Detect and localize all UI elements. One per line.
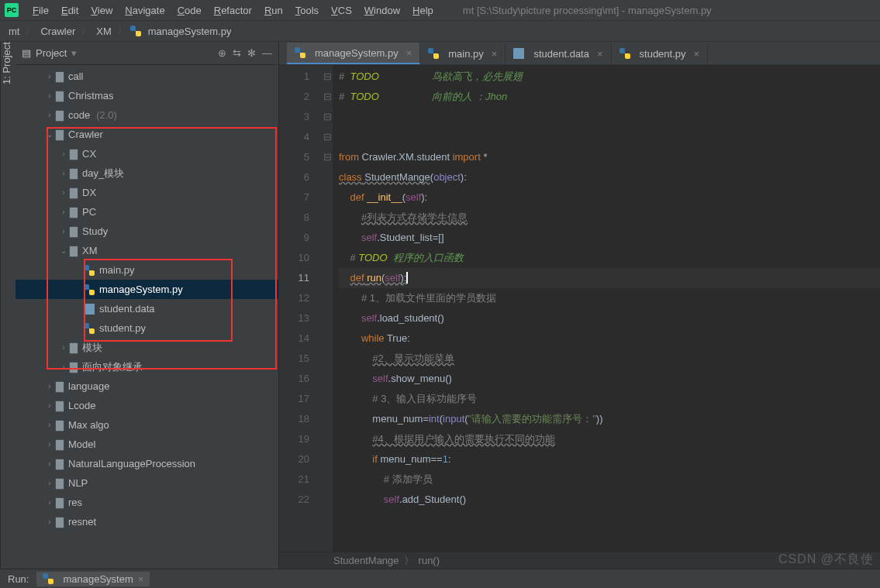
expand-arrow-icon[interactable]: ⌄: [57, 246, 70, 255]
tree-row[interactable]: ›▇res: [16, 493, 278, 512]
expand-arrow-icon[interactable]: ›: [43, 440, 56, 449]
tree-label: main.py: [99, 264, 135, 276]
dropdown-icon[interactable]: ▾: [71, 47, 77, 59]
tree-row[interactable]: ›▇CX: [16, 144, 278, 163]
menu-window[interactable]: Window: [358, 5, 406, 16]
tab-main-py[interactable]: main.py×: [420, 43, 506, 64]
crumb-xm[interactable]: XM: [94, 26, 114, 37]
menu-code[interactable]: Code: [171, 5, 208, 16]
tree-row[interactable]: ›▇模块: [16, 338, 278, 357]
close-icon[interactable]: ×: [406, 47, 412, 59]
expand-arrow-icon[interactable]: ›: [43, 421, 56, 429]
editor-body[interactable]: 12345678910111213141516171819202122 ⊟⊟ ⊟…: [279, 65, 880, 552]
project-panel-title[interactable]: Project: [36, 47, 67, 59]
close-icon[interactable]: ×: [138, 573, 144, 585]
expand-arrow-icon[interactable]: ›: [43, 401, 56, 410]
menu-run[interactable]: Run: [258, 5, 289, 16]
code-editor[interactable]: # TODO 鸟欲高飞，必先展翅 # TODO 向前的人 ：Jhon from …: [333, 65, 880, 552]
crumb-method[interactable]: run(): [419, 555, 440, 566]
close-icon[interactable]: ×: [694, 48, 700, 60]
side-tab-project[interactable]: 1: Project: [0, 42, 16, 569]
close-icon[interactable]: ×: [492, 48, 498, 60]
menu-edit[interactable]: Edit: [55, 5, 85, 16]
menu-tools[interactable]: Tools: [289, 5, 325, 16]
expand-arrow-icon[interactable]: ›: [43, 111, 56, 119]
window-title: mt [S:\Study\picture processing\mt] - ma…: [463, 5, 712, 16]
expand-arrow-icon[interactable]: ›: [43, 382, 56, 390]
tree-row[interactable]: ›▇language: [16, 377, 278, 396]
crumb-crawler[interactable]: Crawler: [38, 26, 78, 37]
project-icon: ▤: [22, 47, 31, 59]
python-file-icon: [84, 284, 95, 295]
run-config-tab[interactable]: manageSystem ×: [36, 572, 150, 586]
menu-refactor[interactable]: Refactor: [208, 5, 258, 16]
menu-file[interactable]: File: [26, 5, 55, 16]
tree-row[interactable]: ›▇Lcode: [16, 396, 278, 415]
tree-row[interactable]: ›▇PC: [16, 202, 278, 222]
tree-label: 模块: [82, 341, 102, 355]
tree-row[interactable]: student.py: [16, 318, 278, 338]
menu-navigate[interactable]: Navigate: [119, 5, 171, 16]
tree-label: res: [68, 497, 82, 508]
run-config-name: manageSystem: [63, 573, 133, 585]
crumb-mt[interactable]: mt: [6, 26, 22, 37]
menu-vcs[interactable]: VCS: [325, 5, 358, 16]
close-icon[interactable]: ×: [597, 48, 603, 60]
expand-arrow-icon[interactable]: ⌄: [43, 130, 56, 139]
folder-icon: ▇: [56, 438, 64, 450]
project-tree[interactable]: ›▇call›▇Christmas›▇code(2.0)⌄▇Crawler›▇C…: [16, 65, 278, 569]
tree-row[interactable]: ›▇Christmas: [16, 86, 278, 105]
tab-student-py[interactable]: student.py×: [612, 43, 709, 64]
menu-help[interactable]: Help: [406, 5, 440, 16]
crumb-file[interactable]: manageSystem.py: [146, 26, 234, 37]
tree-row[interactable]: ⌄▇Crawler: [16, 125, 278, 144]
tree-row[interactable]: ⌄▇XM: [16, 241, 278, 260]
gutter: 12345678910111213141516171819202122: [279, 65, 322, 552]
fold-strip[interactable]: ⊟⊟ ⊟⊟ ⊟: [322, 65, 333, 552]
expand-arrow-icon[interactable]: ›: [43, 518, 56, 526]
gear-icon[interactable]: ✻: [247, 47, 256, 59]
tree-row[interactable]: ›▇day_模块: [16, 163, 278, 183]
expand-arrow-icon[interactable]: ›: [57, 188, 70, 197]
expand-arrow-icon[interactable]: ›: [43, 498, 56, 507]
tree-row[interactable]: ›▇code(2.0): [16, 105, 278, 125]
tab-manageSystem-py[interactable]: manageSystem.py×: [287, 43, 420, 64]
tab-student-data[interactable]: student.data×: [506, 43, 611, 64]
tree-row[interactable]: ›▇call: [16, 67, 278, 86]
tree-label: CX: [82, 148, 96, 160]
project-panel-header: ▤ Project ▾ ⊕ ⇆ ✻ —: [16, 42, 278, 65]
tree-row[interactable]: main.py: [16, 260, 278, 280]
expand-arrow-icon[interactable]: ›: [57, 169, 70, 177]
crumb-class[interactable]: StudentMange: [333, 555, 399, 566]
expand-arrow-icon[interactable]: ›: [43, 72, 56, 81]
chevron-right-icon: 〉: [114, 24, 130, 38]
minimize-icon[interactable]: —: [262, 47, 272, 59]
folder-icon: ▇: [56, 516, 64, 528]
tree-row[interactable]: ›▇面向对象继承: [16, 357, 278, 377]
tree-row[interactable]: student.data: [16, 299, 278, 318]
tree-label: manageSystem.py: [99, 284, 183, 295]
tree-row[interactable]: ›▇resnet: [16, 512, 278, 531]
collapse-icon[interactable]: ⇆: [233, 47, 241, 59]
target-icon[interactable]: ⊕: [218, 47, 226, 59]
tree-label: Study: [82, 225, 108, 237]
tree-row[interactable]: ›▇DX: [16, 183, 278, 202]
tree-row[interactable]: ›▇Model: [16, 435, 278, 454]
expand-arrow-icon[interactable]: ›: [43, 459, 56, 468]
expand-arrow-icon[interactable]: ›: [57, 208, 70, 216]
expand-arrow-icon[interactable]: ›: [57, 343, 70, 352]
expand-arrow-icon[interactable]: ›: [43, 91, 56, 100]
tree-row[interactable]: ›▇NaturalLanguageProcession: [16, 454, 278, 473]
folder-icon: ▇: [56, 380, 64, 392]
tree-row[interactable]: manageSystem.py: [16, 280, 278, 299]
tree-row[interactable]: ›▇Study: [16, 222, 278, 241]
expand-arrow-icon[interactable]: ›: [57, 150, 70, 158]
project-panel: ▤ Project ▾ ⊕ ⇆ ✻ — ›▇call›▇Christmas›▇c…: [16, 42, 279, 569]
expand-arrow-icon[interactable]: ›: [57, 227, 70, 236]
tree-row[interactable]: ›▇NLP: [16, 473, 278, 493]
menu-view[interactable]: View: [85, 5, 119, 16]
expand-arrow-icon[interactable]: ›: [57, 363, 70, 371]
expand-arrow-icon[interactable]: ›: [43, 479, 56, 487]
folder-icon: ▇: [70, 361, 78, 373]
tree-row[interactable]: ›▇Max algo: [16, 415, 278, 435]
